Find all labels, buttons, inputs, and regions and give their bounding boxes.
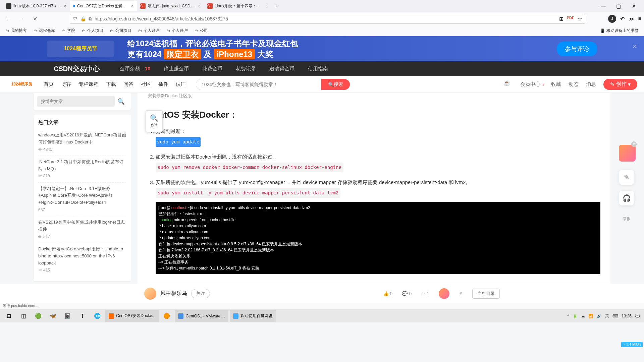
create-button[interactable]: ✎创作▾ [603,79,637,90]
reward-avatar[interactable] [439,288,449,299]
back-button[interactable]: ← [3,13,13,24]
search-input[interactable] [196,82,321,87]
stop-button[interactable]: ✕ [30,13,40,24]
nav-link-plugin[interactable]: 插件 [158,81,168,87]
browser-tab[interactable]: C Linux系统：第十四章：安装Do × [204,1,271,11]
site-logo[interactable]: 1024程序员 [7,79,37,90]
nav-link-blog[interactable]: 博客 [61,81,71,87]
hot-article-item[interactable]: Docker部署netCore webapi报错：Unable to bind … [38,243,126,277]
taskbar-icon[interactable]: 🟢 [31,310,46,322]
browser-tab[interactable]: C 廖志伟_java_wxid_CSDN博客 × [137,1,204,11]
taskbar-app[interactable]: 欢迎使用百度网盘 [230,310,276,322]
close-window-button[interactable]: ✕ [626,1,641,11]
battery-icon[interactable]: 🔋 [573,314,578,318]
profile-avatar[interactable]: J [608,15,616,23]
subnav-link[interactable]: 停止赚金币 [164,66,189,72]
subnav-link[interactable]: 使用指南 [308,66,328,72]
nav-messages[interactable]: 消息 [586,81,596,87]
menu-icon[interactable]: ≡ [638,16,641,22]
follow-button[interactable]: 关注 [191,289,210,298]
hot-article-item[interactable]: .NetCore 3.1 项目中如何使用Redis的发布订阅（MQ） 818 [38,156,126,183]
new-tab-button[interactable]: + [271,3,281,10]
browser-tab[interactable]: CentOS7安装Docker图解步骤 × [70,1,137,11]
overflow-icon[interactable]: ≫ [629,16,634,22]
author-avatar[interactable] [144,288,156,300]
notifications-icon[interactable]: 💬 [635,314,640,318]
java-icon[interactable]: ☕ [503,80,513,89]
start-button[interactable]: ⊞ [1,310,16,322]
hot-article-item[interactable]: 在VS2019类库中如何集成并使用log4net日志插件 517 [38,216,126,243]
code-snippet[interactable]: sudo yum install -y yum-utils device-map… [156,188,340,198]
subnav-link[interactable]: 邀请得金币 [269,66,294,72]
qr-icon[interactable]: ⊞ [559,16,564,22]
toc-button[interactable]: 专栏目录 [472,289,500,299]
close-icon[interactable]: × [265,4,268,8]
onedrive-icon[interactable]: ☁ [581,314,585,318]
like-button[interactable]: 👍0 [383,291,393,296]
undo-icon[interactable]: ↶ [620,16,625,22]
nav-link-community[interactable]: 社区 [141,81,151,87]
tray-chevron-icon[interactable]: ^ [567,314,569,318]
forward-button[interactable]: → [16,13,27,24]
bookmark-item[interactable]: 🗀个人项目 [79,26,106,35]
url-input[interactable]: 🛡 🔒 ⧉ https://blog.csdn.net/weixin_48000… [70,14,585,24]
banner-close-icon[interactable]: ✕ [632,43,637,50]
code-snippet[interactable]: sudo yum update [156,137,201,147]
permission-icon[interactable]: ⧉ [89,16,92,22]
close-icon[interactable]: × [198,4,201,8]
taskbar-icon[interactable]: 📓 [60,310,75,322]
participate-button[interactable]: 参与评论 [557,42,597,56]
gift-widget[interactable] [619,145,636,162]
nav-link-home[interactable]: 首页 [44,81,54,87]
author-name[interactable]: 风中极乐鸟 [160,290,187,297]
code-snippet[interactable]: sudo yum remove docker docker-common doc… [156,163,343,172]
gift-close-icon[interactable]: × [631,141,637,147]
nav-link-cert[interactable]: 认证 [176,81,186,87]
taskbar-app[interactable]: CentOS1 - VMware ... [175,310,228,322]
edit-icon[interactable]: ✎ [619,170,634,185]
taskbar-app[interactable]: CentOS7安装Docke... [105,310,159,322]
nav-activity[interactable]: 动态 [569,81,579,87]
search-button[interactable]: 🔍 搜索 [321,79,350,90]
bookmark-star-icon[interactable]: ☆ [578,16,582,22]
wifi-icon[interactable]: 📶 [588,314,593,318]
chrome-icon[interactable]: 🌐 [90,310,105,322]
clock[interactable]: 13:26 [622,314,632,318]
nav-vip[interactable]: 会员中心 □ [520,81,544,87]
bookmark-item[interactable]: 🗀远程仓库 [31,26,58,35]
bookmark-item[interactable]: 🗀公司项目 [107,26,134,35]
taskbar-icon[interactable]: 🦋 [46,310,60,322]
taskbar-icon[interactable]: T [75,310,90,322]
hot-article-item[interactable]: windows上用VS2019开发的 .NETCore项目如何打包部署到linu… [38,129,126,156]
taskview-button[interactable]: ◫ [16,310,31,322]
shield-icon[interactable]: 🛡 [73,16,77,21]
support-icon[interactable]: 🎧 [619,191,634,205]
nav-link-qa[interactable]: 问答 [123,81,133,87]
hot-article-item[interactable]: 【学习笔记一】.Net Core 3.1+微服务+Asp.Net Core开发+… [38,183,126,217]
bookmark-item[interactable]: 🗀我的博客 [3,26,30,35]
report-button[interactable]: 举报 [619,212,634,226]
taskbar-icon[interactable]: 🟠 [159,310,174,322]
minimize-button[interactable]: — [596,1,611,11]
pdf-icon[interactable]: PDF [567,16,574,22]
ime-icon[interactable]: 英 [605,313,609,319]
mobile-bookmarks[interactable]: 📱移动设备上的书签 [597,26,641,35]
subnav-link[interactable]: 花费记录 [236,66,256,72]
volume-icon[interactable]: 🔊 [597,314,602,318]
search-tooltip[interactable]: 🔍 查询 [146,110,163,132]
nav-link-course[interactable]: 专栏课程 [78,81,99,87]
close-icon[interactable]: × [131,4,133,8]
subnav-link[interactable]: 花费金币 [202,66,222,72]
favorite-button[interactable]: ☆1 [421,291,429,296]
share-button[interactable]: ⇪ [459,291,463,296]
nav-link-download[interactable]: 下载 [106,81,116,87]
author-search-input[interactable] [37,96,115,107]
bookmark-item[interactable]: 🗀个人账户 [164,26,191,35]
keyboard-icon[interactable]: ⌨ [612,314,618,318]
comment-button[interactable]: 💬0 [402,291,412,296]
speed-indicator[interactable]: ↑ 1.4 MB/s [621,342,643,347]
browser-tab[interactable]: linux版本.10.0-327.el7.x86_64 × [3,1,70,11]
bookmark-item[interactable]: 🗀学院 [59,26,78,35]
nav-favorites[interactable]: 收藏 [551,81,561,87]
maximize-button[interactable]: ▢ [611,1,626,11]
